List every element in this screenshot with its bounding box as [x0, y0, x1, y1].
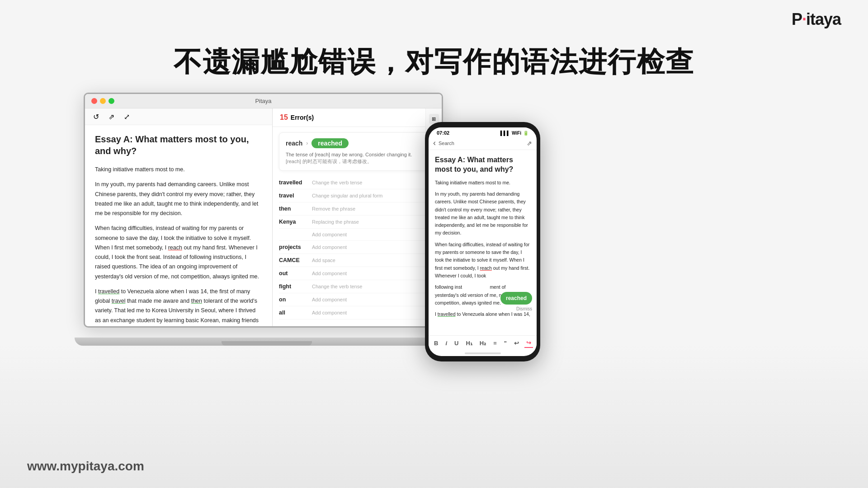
footer-url: www.mypitaya.com: [27, 459, 144, 474]
phone-bottom-bar: B i U H₁ H₂ ≡ " ↩ ↪: [429, 335, 537, 351]
error-word-then: then: [191, 298, 202, 304]
format-undo-button[interactable]: ↩: [512, 339, 521, 347]
grammar-header: 15 Error(s): [273, 108, 442, 127]
phone-popup-word[interactable]: reached: [500, 292, 532, 305]
format-redo-button[interactable]: ↪: [524, 338, 533, 348]
phone-essay-title: Essay A: What matters most to you, and w…: [435, 155, 530, 174]
word-name: projects: [279, 244, 308, 250]
format-underline-button[interactable]: U: [453, 339, 460, 347]
error-word-travelled: travelled: [98, 288, 119, 295]
logo-itaya: itaya: [806, 10, 841, 28]
word-item-then[interactable]: then Remove the phrase: [279, 202, 435, 216]
expand-icon[interactable]: ⤢: [122, 112, 131, 121]
refresh-icon[interactable]: ↺: [91, 112, 100, 121]
essay-title: Essay A: What matters most to you, and w…: [95, 133, 262, 157]
signal-icon: ▌▌▌: [500, 131, 510, 136]
essay-para-1: Taking initiative matters most to me.: [95, 165, 262, 174]
word-name: then: [279, 206, 308, 212]
laptop-screen: Pitaya ↺ ⇗ ⤢ Essay A: What matters most …: [84, 93, 443, 328]
phone-status-bar: 07:02 ▌▌▌ WiFi 🔋: [429, 127, 537, 136]
logo-p: P: [792, 10, 802, 28]
word-name: CAMCE: [279, 257, 308, 263]
back-button[interactable]: ‹: [433, 138, 436, 148]
error-count: 15: [280, 113, 288, 122]
suggestion-note-zh: [reach] 的时态可能有误，请考虑修改。: [286, 158, 429, 165]
word-item-projects[interactable]: projects Add component: [279, 241, 435, 254]
word-action: Add component: [312, 232, 347, 237]
format-bold-button[interactable]: B: [432, 339, 440, 347]
word-item-fight[interactable]: fight Change the verb tense: [279, 280, 435, 293]
error-label: Error(s): [291, 114, 314, 121]
word-item-all[interactable]: all Add component: [279, 306, 435, 319]
word-item-out[interactable]: out Add component: [279, 267, 435, 280]
word-action: Add component: [312, 297, 347, 302]
word-item-kenya[interactable]: Kenya Replacing the phrase: [279, 216, 435, 229]
minimize-button[interactable]: [100, 98, 106, 104]
word-name: on: [279, 296, 308, 303]
laptop-base: [75, 338, 459, 346]
close-button[interactable]: [91, 98, 97, 104]
phone-para-3: When facing difficulties, instead of wai…: [435, 241, 530, 280]
word-name: Kenya: [279, 219, 308, 225]
phone-time: 07:02: [437, 130, 449, 136]
word-name: all: [279, 310, 308, 316]
word-action: Replacing the phrase: [312, 219, 359, 225]
word-action: Add space: [312, 258, 335, 263]
editor-toolbar: ↺ ⇗ ⤢: [85, 108, 272, 125]
traffic-lights: [91, 98, 114, 104]
share-icon[interactable]: ⇗: [107, 112, 116, 121]
word-name: travel: [279, 192, 308, 199]
suggestion-note-en: The tense of [reach] may be wrong. Consi…: [286, 152, 429, 157]
phone-dismiss-button[interactable]: Dismiss: [516, 305, 532, 313]
essay-para-4: I travelled to Venezuela alone when I wa…: [95, 287, 262, 326]
battery-icon: 🔋: [523, 131, 528, 136]
corrected-word: reached: [311, 138, 349, 148]
format-list-button[interactable]: ≡: [491, 339, 499, 347]
word-item-empty1[interactable]: Add component: [279, 229, 435, 241]
laptop-notch: [222, 341, 312, 346]
page-headline: 不遗漏尴尬错误，对写作的语法进行检查: [174, 43, 694, 81]
format-h2-button[interactable]: H₂: [478, 339, 488, 347]
laptop-device: Pitaya ↺ ⇗ ⤢ Essay A: What matters most …: [84, 93, 450, 346]
arrow-icon: ›: [306, 140, 308, 146]
fullscreen-button[interactable]: [108, 98, 114, 104]
app-logo: P·itaya: [792, 10, 841, 29]
format-quote-button[interactable]: ": [502, 339, 509, 347]
word-list: travelled Change the verb tense travel C…: [273, 176, 442, 326]
phone-para-1: Taking initiative matters most to me.: [435, 179, 530, 187]
word-name: travelled: [279, 179, 308, 186]
original-word: reach: [286, 140, 302, 147]
word-name: fight: [279, 283, 308, 290]
format-italic-button[interactable]: i: [443, 339, 449, 347]
editor-body: Essay A: What matters most to you, and w…: [85, 125, 272, 326]
essay-para-3: When facing difficulties, instead of wai…: [95, 224, 262, 282]
word-action: Change the verb tense: [312, 180, 362, 185]
phone-error-reach: reach: [480, 265, 492, 271]
phone-share-button[interactable]: ⇗: [527, 140, 532, 147]
word-name: out: [279, 270, 308, 277]
phone-frame: 07:02 ▌▌▌ WiFi 🔋 ‹ Search ⇗ Essay A: Wha…: [425, 122, 540, 361]
word-item-travel[interactable]: travel Change singular and plural form: [279, 189, 435, 202]
phone-status-icons: ▌▌▌ WiFi 🔋: [500, 131, 528, 136]
word-action: Change the verb tense: [312, 284, 362, 289]
phone-para-2: In my youth, my parents had demanding ca…: [435, 190, 530, 237]
essay-para-2: In my youth, my parents had demanding ca…: [95, 180, 262, 218]
phone-error-travelled: travelled: [438, 311, 456, 317]
word-item-on[interactable]: on Add component: [279, 293, 435, 306]
suggestion-top: reach › reached ×: [286, 138, 429, 148]
word-action: Change singular and plural form: [312, 193, 383, 198]
phone-toolbar-left: ‹ Search: [433, 138, 454, 148]
word-action: Add component: [312, 244, 347, 250]
editor-panel: ↺ ⇗ ⤢ Essay A: What matters most to you,…: [85, 108, 273, 326]
suggestion-box: reach › reached × The tense of [reach] m…: [279, 132, 435, 171]
screen-content: ↺ ⇗ ⤢ Essay A: What matters most to you,…: [85, 108, 442, 326]
logo-dot: ·: [802, 10, 806, 28]
grammar-panel: 15 Error(s) reach › reached × The tense …: [273, 108, 442, 326]
phone-screen: 07:02 ▌▌▌ WiFi 🔋 ‹ Search ⇗ Essay A: Wha…: [429, 127, 537, 356]
format-h1-button[interactable]: H₁: [464, 339, 474, 347]
window-title: Pitaya: [255, 98, 271, 104]
word-item-travelled[interactable]: travelled Change the verb tense: [279, 176, 435, 189]
word-item-camce[interactable]: CAMCE Add space: [279, 254, 435, 267]
word-action: Add component: [312, 271, 347, 276]
title-bar: Pitaya: [85, 94, 442, 108]
